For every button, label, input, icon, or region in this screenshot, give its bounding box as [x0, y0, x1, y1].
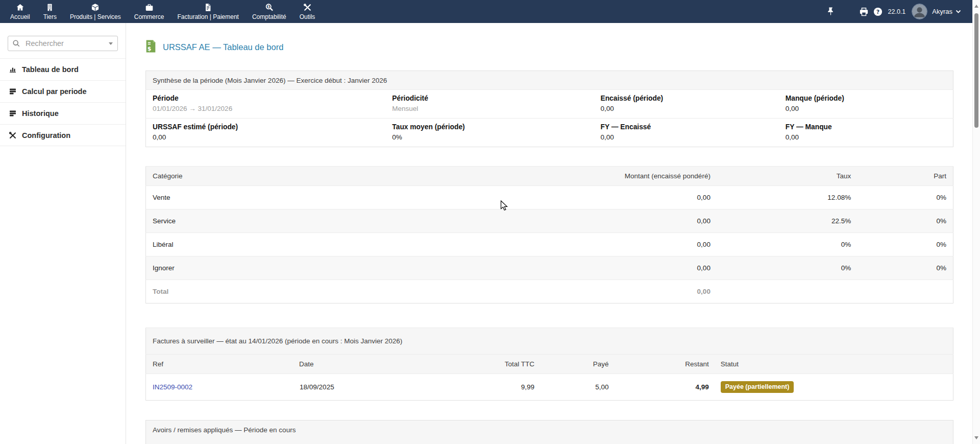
nav-item-label: Tiers: [43, 13, 57, 20]
nav-item-tiers[interactable]: Tiers: [37, 0, 63, 23]
column-header-source-avoir: Source (avoir): [426, 439, 678, 444]
column-header-facture: Facture: [268, 439, 426, 444]
briefcase-icon: [145, 3, 154, 12]
section-header: Avoirs / remises appliqués — Période en …: [146, 420, 953, 439]
svg-text:$: $: [267, 5, 270, 9]
sidebar-item-label: Configuration: [22, 131, 70, 139]
invoice-icon: [204, 3, 212, 12]
column-header-date: Date: [299, 355, 420, 374]
building-icon: [45, 3, 54, 12]
search-input[interactable]: [8, 36, 118, 51]
column-header-montant: Montant: [872, 439, 953, 444]
user-avatar[interactable]: [912, 4, 927, 19]
table-rows-icon: [9, 87, 17, 96]
nav-item-accueil[interactable]: Accueil: [4, 0, 37, 23]
invoice-dollar-green-icon: $: [145, 40, 156, 55]
sidebar-item-label: Calcul par periode: [22, 87, 87, 96]
sidebar-item-historique[interactable]: Historique: [0, 102, 126, 124]
sidebar-item-configuration[interactable]: Configuration: [0, 124, 126, 146]
sidebar-search: [8, 36, 118, 51]
home-icon: [16, 3, 24, 12]
printer-icon[interactable]: [859, 7, 869, 16]
field-periode: Période 01/01/2026 → 31/01/2026: [146, 90, 386, 119]
nav-item-label: Facturation | Paiement: [177, 13, 239, 20]
scroll-down-arrow[interactable]: [974, 436, 978, 439]
tools-icon: [303, 3, 312, 12]
version-number: 22.0.1: [888, 8, 906, 15]
sidebar-item-calcul-par-periode[interactable]: Calcul par periode: [0, 80, 126, 102]
nav-item-label: Produits | Services: [70, 13, 121, 20]
field-urssaf-estime: URSSAF estimé (période) 0,00: [146, 119, 386, 147]
main-content: $ URSSAF AE — Tableau de bord Synthèse d…: [127, 23, 972, 444]
field-encaisse-periode: Encaissé (période) 0,00: [594, 90, 778, 119]
nav-item-produits-services[interactable]: Produits | Services: [63, 0, 128, 23]
column-header-tiers: Tiers: [679, 439, 873, 444]
field-taux-moyen: Taux moyen (période) 0%: [385, 119, 594, 147]
search-icon: [12, 39, 20, 50]
avoirs-table: Avoirs / remises appliqués — Période en …: [145, 420, 953, 444]
page-title: URSSAF AE — Tableau de bord: [163, 42, 283, 52]
sidebar-item-label: Tableau de bord: [22, 65, 79, 74]
cube-icon: [91, 3, 100, 12]
column-header-statut: Statut: [709, 355, 953, 374]
nav-item-label: Accueil: [10, 13, 30, 20]
scroll-up-arrow[interactable]: [974, 5, 978, 8]
categories-table: Catégorie Montant (encaissé pondéré) Tau…: [145, 166, 953, 303]
left-sidebar: Tableau de bord Calcul par periode Histo…: [0, 23, 126, 444]
tools-icon: [9, 131, 17, 139]
column-header-montant: Montant (encaissé pondéré): [550, 167, 711, 186]
navbar-right-tools: ? 22.0.1 Akyras: [826, 0, 962, 23]
user-name[interactable]: Akyras: [932, 8, 952, 15]
table-row: Libéral 0,00 0% 0%: [146, 233, 953, 256]
scrollbar-thumb[interactable]: [974, 13, 978, 128]
section-header: Factures à surveiller — état au 14/01/20…: [146, 328, 953, 355]
page-header: $ URSSAF AE — Tableau de bord: [145, 40, 953, 55]
column-header-date: Date: [146, 439, 268, 444]
table-row: Vente 0,00 12.08% 0%: [146, 186, 953, 209]
top-navbar: Accueil Tiers Produits | Services Commer…: [0, 0, 972, 23]
table-row: IN2509-0002 18/09/2025 9,99 5,00 4,99 Pa…: [146, 374, 953, 401]
column-header-restant: Restant: [609, 355, 709, 374]
invoice-ref-link[interactable]: IN2509-0002: [153, 383, 192, 391]
field-manque-periode: Manque (période) 0,00: [779, 90, 953, 119]
field-periodicite: Périodicité Mensuel: [385, 90, 594, 119]
nav-item-label: Outils: [300, 13, 315, 20]
nav-item-comptabilite[interactable]: $ Comptabilité: [246, 0, 293, 23]
vertical-scrollbar[interactable]: [972, 0, 980, 444]
table-row: Ignorer 0,00 0% 0%: [146, 256, 953, 280]
nav-item-label: Comptabilité: [252, 13, 286, 20]
column-header-categorie: Catégorie: [146, 167, 550, 186]
sidebar-item-tableau-de-bord[interactable]: Tableau de bord: [0, 58, 126, 80]
main-menu: Accueil Tiers Produits | Services Commer…: [0, 0, 322, 23]
table-row: Service 0,00 22.5% 0%: [146, 209, 953, 233]
nav-item-label: Commerce: [134, 13, 164, 20]
search-dollar-icon: $: [265, 3, 274, 12]
svg-text:?: ?: [876, 8, 879, 15]
chart-bar-icon: [9, 65, 17, 74]
column-header-ref: Ref: [146, 355, 300, 374]
column-header-paye: Payé: [535, 355, 609, 374]
nav-item-facturation-paiement[interactable]: Facturation | Paiement: [170, 0, 246, 23]
column-header-total-ttc: Total TTC: [420, 355, 535, 374]
factures-table: Factures à surveiller — état au 14/01/20…: [145, 328, 953, 401]
svg-text:$: $: [148, 45, 152, 52]
synthese-table: Synthèse de la période (Mois Janvier 202…: [145, 71, 953, 147]
nav-item-outils[interactable]: Outils: [293, 0, 322, 23]
column-header-taux: Taux: [711, 167, 851, 186]
search-dropdown-caret[interactable]: [109, 42, 113, 45]
field-fy-manque: FY — Manque 0,00: [779, 119, 953, 147]
column-header-part: Part: [851, 167, 953, 186]
sidebar-menu: Tableau de bord Calcul par periode Histo…: [0, 58, 126, 146]
table-rows-icon: [9, 109, 17, 118]
total-row: Total 0,00: [146, 280, 953, 303]
field-fy-encaisse: FY — Encaissé 0,00: [594, 119, 778, 147]
sidebar-item-label: Historique: [22, 109, 59, 118]
nav-item-commerce[interactable]: Commerce: [128, 0, 171, 23]
help-icon[interactable]: ?: [873, 7, 883, 16]
chevron-down-icon[interactable]: [955, 10, 961, 14]
section-header: Synthèse de la période (Mois Janvier 202…: [146, 71, 953, 90]
status-badge: Payée (partiellement): [721, 381, 794, 393]
pushpin-icon[interactable]: [826, 7, 835, 17]
